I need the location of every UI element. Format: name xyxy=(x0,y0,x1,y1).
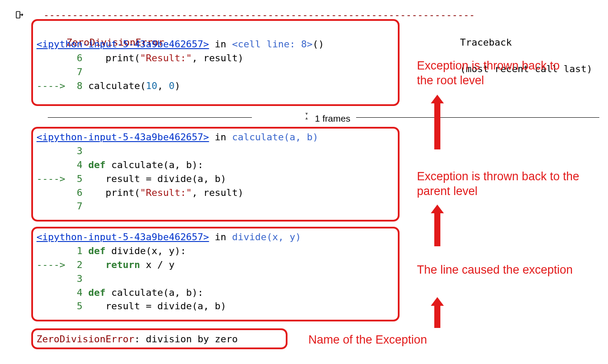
frames-divider: ▾▴ 1 frames xyxy=(48,111,599,123)
frame-root-code: <ipython-input-5-43a9be462657> in <cell … xyxy=(36,37,394,93)
arrow-up-icon xyxy=(434,304,440,328)
frame-box-parent: <ipython-input-5-43a9be462657> in calcul… xyxy=(31,127,400,222)
traceback-label: Traceback xyxy=(460,37,512,48)
source-link[interactable]: <ipython-input-5-43a9be462657> xyxy=(36,132,209,142)
divider-line xyxy=(48,117,252,118)
arrow-up-icon xyxy=(434,102,440,149)
error-name: ZeroDivisionError xyxy=(36,334,134,344)
annotation-root: Exception is thrown back to the root lev… xyxy=(417,59,573,88)
annotation-name: Name of the Exception xyxy=(308,333,465,347)
divider-line xyxy=(356,117,599,118)
source-link[interactable]: <ipython-input-5-43a9be462657> xyxy=(36,232,209,242)
exception-summary-box: ZeroDivisionError: division by zero xyxy=(31,328,287,349)
annotation-parent: Exception is thrown back to the parent l… xyxy=(417,169,591,199)
arrow-up-icon xyxy=(434,212,440,246)
frame-box-origin: <ipython-input-5-43a9be462657> in divide… xyxy=(31,227,400,321)
frame-parent-code: <ipython-input-5-43a9be462657> in calcul… xyxy=(36,130,394,213)
frames-count-label: 1 frames xyxy=(315,112,350,125)
output-icon xyxy=(15,10,24,18)
collapse-icon[interactable]: ▾▴ xyxy=(301,111,312,120)
frame-origin-code: <ipython-input-5-43a9be462657> in divide… xyxy=(36,230,394,313)
traceback-diagram: ----------------------------------------… xyxy=(0,0,608,364)
svg-rect-0 xyxy=(17,12,20,18)
frame-box-root: <ipython-input-5-43a9be462657> in <cell … xyxy=(31,19,400,106)
source-link[interactable]: <ipython-input-5-43a9be462657> xyxy=(36,39,209,50)
error-message: division by zero xyxy=(146,334,238,344)
annotation-origin: The line caused the exception xyxy=(417,263,573,278)
